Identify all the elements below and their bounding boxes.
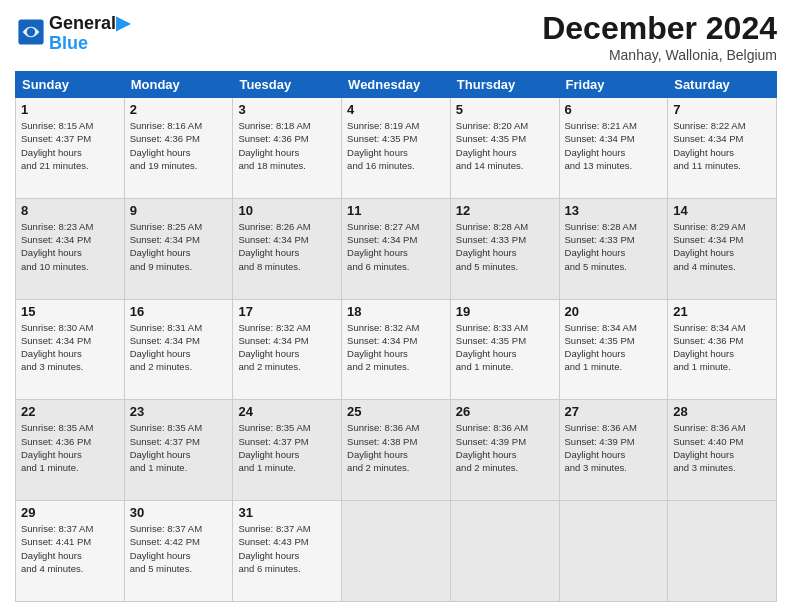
- day-number: 21: [673, 304, 771, 319]
- day-info: Sunrise: 8:18 AMSunset: 4:36 PMDaylight …: [238, 119, 336, 172]
- day-number: 19: [456, 304, 554, 319]
- header: General▶ Blue December 2024 Manhay, Wall…: [15, 10, 777, 63]
- title-area: December 2024 Manhay, Wallonia, Belgium: [542, 10, 777, 63]
- day-number: 8: [21, 203, 119, 218]
- day-cell: 28Sunrise: 8:36 AMSunset: 4:40 PMDayligh…: [668, 400, 777, 501]
- day-info: Sunrise: 8:34 AMSunset: 4:35 PMDaylight …: [565, 321, 663, 374]
- day-number: 3: [238, 102, 336, 117]
- day-cell: 7Sunrise: 8:22 AMSunset: 4:34 PMDaylight…: [668, 98, 777, 199]
- day-cell: 6Sunrise: 8:21 AMSunset: 4:34 PMDaylight…: [559, 98, 668, 199]
- day-info: Sunrise: 8:36 AMSunset: 4:39 PMDaylight …: [565, 421, 663, 474]
- logo-icon: [17, 18, 45, 46]
- day-number: 24: [238, 404, 336, 419]
- day-info: Sunrise: 8:22 AMSunset: 4:34 PMDaylight …: [673, 119, 771, 172]
- day-info: Sunrise: 8:16 AMSunset: 4:36 PMDaylight …: [130, 119, 228, 172]
- header-tuesday: Tuesday: [233, 72, 342, 98]
- day-cell: 27Sunrise: 8:36 AMSunset: 4:39 PMDayligh…: [559, 400, 668, 501]
- day-cell: 4Sunrise: 8:19 AMSunset: 4:35 PMDaylight…: [342, 98, 451, 199]
- day-info: Sunrise: 8:37 AMSunset: 4:41 PMDaylight …: [21, 522, 119, 575]
- day-info: Sunrise: 8:36 AMSunset: 4:40 PMDaylight …: [673, 421, 771, 474]
- day-cell: 26Sunrise: 8:36 AMSunset: 4:39 PMDayligh…: [450, 400, 559, 501]
- day-number: 14: [673, 203, 771, 218]
- header-wednesday: Wednesday: [342, 72, 451, 98]
- day-cell: 24Sunrise: 8:35 AMSunset: 4:37 PMDayligh…: [233, 400, 342, 501]
- svg-point-1: [27, 28, 35, 36]
- day-cell: 12Sunrise: 8:28 AMSunset: 4:33 PMDayligh…: [450, 198, 559, 299]
- day-info: Sunrise: 8:35 AMSunset: 4:37 PMDaylight …: [130, 421, 228, 474]
- day-info: Sunrise: 8:33 AMSunset: 4:35 PMDaylight …: [456, 321, 554, 374]
- day-cell: [559, 501, 668, 602]
- day-info: Sunrise: 8:29 AMSunset: 4:34 PMDaylight …: [673, 220, 771, 273]
- day-info: Sunrise: 8:27 AMSunset: 4:34 PMDaylight …: [347, 220, 445, 273]
- day-number: 16: [130, 304, 228, 319]
- day-cell: 19Sunrise: 8:33 AMSunset: 4:35 PMDayligh…: [450, 299, 559, 400]
- day-number: 10: [238, 203, 336, 218]
- day-info: Sunrise: 8:19 AMSunset: 4:35 PMDaylight …: [347, 119, 445, 172]
- header-monday: Monday: [124, 72, 233, 98]
- day-cell: 5Sunrise: 8:20 AMSunset: 4:35 PMDaylight…: [450, 98, 559, 199]
- week-row-2: 8Sunrise: 8:23 AMSunset: 4:34 PMDaylight…: [16, 198, 777, 299]
- day-cell: 31Sunrise: 8:37 AMSunset: 4:43 PMDayligh…: [233, 501, 342, 602]
- day-cell: 29Sunrise: 8:37 AMSunset: 4:41 PMDayligh…: [16, 501, 125, 602]
- day-info: Sunrise: 8:34 AMSunset: 4:36 PMDaylight …: [673, 321, 771, 374]
- day-cell: 22Sunrise: 8:35 AMSunset: 4:36 PMDayligh…: [16, 400, 125, 501]
- day-number: 26: [456, 404, 554, 419]
- day-number: 20: [565, 304, 663, 319]
- day-number: 7: [673, 102, 771, 117]
- week-row-3: 15Sunrise: 8:30 AMSunset: 4:34 PMDayligh…: [16, 299, 777, 400]
- day-number: 2: [130, 102, 228, 117]
- day-cell: [342, 501, 451, 602]
- day-info: Sunrise: 8:28 AMSunset: 4:33 PMDaylight …: [456, 220, 554, 273]
- day-number: 6: [565, 102, 663, 117]
- header-sunday: Sunday: [16, 72, 125, 98]
- day-cell: 3Sunrise: 8:18 AMSunset: 4:36 PMDaylight…: [233, 98, 342, 199]
- day-cell: 10Sunrise: 8:26 AMSunset: 4:34 PMDayligh…: [233, 198, 342, 299]
- day-cell: 13Sunrise: 8:28 AMSunset: 4:33 PMDayligh…: [559, 198, 668, 299]
- week-row-5: 29Sunrise: 8:37 AMSunset: 4:41 PMDayligh…: [16, 501, 777, 602]
- day-cell: 18Sunrise: 8:32 AMSunset: 4:34 PMDayligh…: [342, 299, 451, 400]
- day-cell: 30Sunrise: 8:37 AMSunset: 4:42 PMDayligh…: [124, 501, 233, 602]
- day-info: Sunrise: 8:37 AMSunset: 4:42 PMDaylight …: [130, 522, 228, 575]
- calendar-header-row: SundayMondayTuesdayWednesdayThursdayFrid…: [16, 72, 777, 98]
- day-number: 17: [238, 304, 336, 319]
- day-info: Sunrise: 8:36 AMSunset: 4:38 PMDaylight …: [347, 421, 445, 474]
- day-info: Sunrise: 8:35 AMSunset: 4:37 PMDaylight …: [238, 421, 336, 474]
- day-cell: [668, 501, 777, 602]
- day-number: 23: [130, 404, 228, 419]
- header-friday: Friday: [559, 72, 668, 98]
- header-thursday: Thursday: [450, 72, 559, 98]
- day-number: 1: [21, 102, 119, 117]
- day-cell: 21Sunrise: 8:34 AMSunset: 4:36 PMDayligh…: [668, 299, 777, 400]
- day-info: Sunrise: 8:36 AMSunset: 4:39 PMDaylight …: [456, 421, 554, 474]
- day-cell: 17Sunrise: 8:32 AMSunset: 4:34 PMDayligh…: [233, 299, 342, 400]
- location: Manhay, Wallonia, Belgium: [542, 47, 777, 63]
- day-info: Sunrise: 8:20 AMSunset: 4:35 PMDaylight …: [456, 119, 554, 172]
- day-info: Sunrise: 8:35 AMSunset: 4:36 PMDaylight …: [21, 421, 119, 474]
- day-cell: 15Sunrise: 8:30 AMSunset: 4:34 PMDayligh…: [16, 299, 125, 400]
- day-cell: 2Sunrise: 8:16 AMSunset: 4:36 PMDaylight…: [124, 98, 233, 199]
- day-info: Sunrise: 8:32 AMSunset: 4:34 PMDaylight …: [347, 321, 445, 374]
- day-number: 5: [456, 102, 554, 117]
- day-info: Sunrise: 8:30 AMSunset: 4:34 PMDaylight …: [21, 321, 119, 374]
- day-number: 9: [130, 203, 228, 218]
- day-info: Sunrise: 8:28 AMSunset: 4:33 PMDaylight …: [565, 220, 663, 273]
- week-row-4: 22Sunrise: 8:35 AMSunset: 4:36 PMDayligh…: [16, 400, 777, 501]
- day-number: 31: [238, 505, 336, 520]
- day-number: 12: [456, 203, 554, 218]
- day-info: Sunrise: 8:37 AMSunset: 4:43 PMDaylight …: [238, 522, 336, 575]
- day-number: 11: [347, 203, 445, 218]
- day-number: 22: [21, 404, 119, 419]
- day-number: 30: [130, 505, 228, 520]
- day-info: Sunrise: 8:15 AMSunset: 4:37 PMDaylight …: [21, 119, 119, 172]
- day-cell: 9Sunrise: 8:25 AMSunset: 4:34 PMDaylight…: [124, 198, 233, 299]
- calendar-table: SundayMondayTuesdayWednesdayThursdayFrid…: [15, 71, 777, 602]
- month-title: December 2024: [542, 10, 777, 47]
- day-number: 13: [565, 203, 663, 218]
- logo-line1: General▶: [49, 14, 130, 34]
- day-info: Sunrise: 8:25 AMSunset: 4:34 PMDaylight …: [130, 220, 228, 273]
- day-info: Sunrise: 8:31 AMSunset: 4:34 PMDaylight …: [130, 321, 228, 374]
- week-row-1: 1Sunrise: 8:15 AMSunset: 4:37 PMDaylight…: [16, 98, 777, 199]
- day-number: 18: [347, 304, 445, 319]
- day-cell: 16Sunrise: 8:31 AMSunset: 4:34 PMDayligh…: [124, 299, 233, 400]
- day-number: 25: [347, 404, 445, 419]
